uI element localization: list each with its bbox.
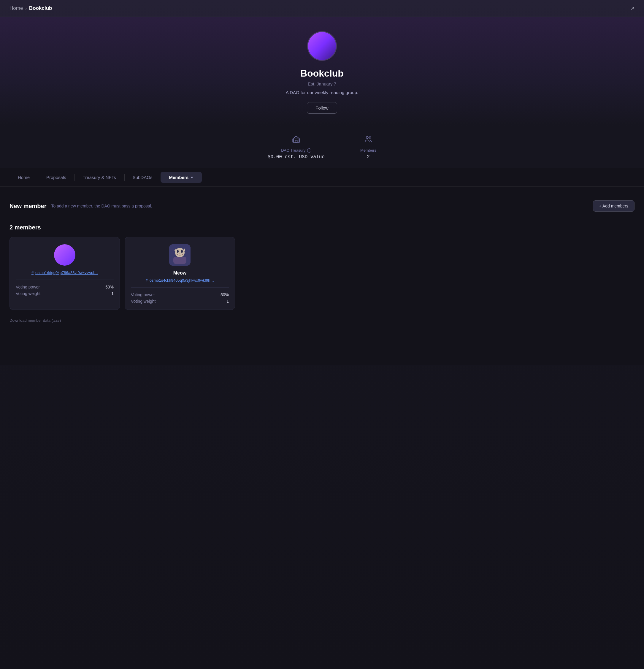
member-1-voting-weight-row: Voting weight 1	[16, 291, 114, 296]
new-member-description: To add a new member, the DAO must pass a…	[51, 204, 152, 208]
members-value: 2	[367, 154, 370, 160]
tab-proposals[interactable]: Proposals	[38, 172, 74, 183]
breadcrumb-separator: ›	[25, 6, 27, 11]
member-card-2: Meow # osmo1s4ckh9405q0a3jhkwx9wkf9h… Vo…	[125, 237, 235, 310]
members-stat: Members 2	[360, 135, 376, 160]
member-2-voting-power-row: Voting power 50%	[131, 293, 229, 297]
members-dropdown-arrow: ▼	[190, 176, 194, 179]
hash-icon-1: #	[31, 270, 33, 275]
breadcrumb: Home › Bookclub ↗	[0, 0, 644, 17]
svg-rect-10	[173, 257, 186, 264]
member-2-voting-power-label: Voting power	[131, 293, 155, 297]
member-2-name: Meow	[131, 270, 229, 276]
hero-section: Bookclub Est. January 7 A DAO for our we…	[0, 17, 644, 126]
breadcrumb-current: Bookclub	[29, 5, 52, 11]
new-member-banner: New member To add a new member, the DAO …	[10, 195, 634, 217]
treasury-stat: DAO Treasury i $0.00 est. USD value	[268, 135, 325, 160]
svg-rect-0	[292, 139, 299, 142]
member-2-voting-power-value: 50%	[220, 293, 229, 297]
treasury-value: $0.00 est. USD value	[268, 154, 325, 160]
download-csv-link[interactable]: Download member data (.csv)	[10, 318, 634, 323]
member-2-voting-weight-value: 1	[226, 299, 229, 304]
tab-home[interactable]: Home	[10, 172, 38, 183]
nav-tabs: Home Proposals Treasury & NFTs SubDAOs M…	[0, 168, 644, 187]
svg-point-8	[177, 250, 178, 253]
svg-point-7	[175, 248, 185, 257]
member-1-voting-weight-value: 1	[111, 291, 114, 296]
member-2-stats: Voting power 50% Voting weight 1	[131, 287, 229, 304]
member-1-avatar	[54, 244, 75, 266]
member-2-avatar	[169, 244, 190, 266]
svg-point-11	[180, 253, 181, 254]
member-1-voting-power-label: Voting power	[16, 285, 40, 289]
main-content: New member To add a new member, the DAO …	[0, 187, 644, 365]
svg-point-9	[181, 250, 183, 253]
dao-description: A DAO for our weekly reading group.	[286, 90, 358, 95]
member-1-voting-weight-label: Voting weight	[16, 291, 40, 296]
external-link-icon[interactable]: ↗	[630, 5, 634, 12]
new-member-left: New member To add a new member, the DAO …	[10, 203, 152, 210]
breadcrumb-home[interactable]: Home	[10, 5, 23, 11]
member-2-address[interactable]: # osmo1s4ckh9405q0a3jhkwx9wkf9h…	[131, 278, 229, 283]
member-2-voting-weight-label: Voting weight	[131, 299, 156, 304]
member-card-1: # osmo1rkfqq0kp786a33vt0wkvvwul… Voting …	[10, 237, 120, 310]
treasury-info-icon[interactable]: i	[307, 148, 311, 153]
svg-point-4	[366, 137, 368, 139]
members-grid: # osmo1rkfqq0kp786a33vt0wkvvwul… Voting …	[10, 237, 235, 310]
stats-row: DAO Treasury i $0.00 est. USD value Memb…	[0, 126, 644, 168]
tab-members[interactable]: Members ▼	[160, 172, 202, 183]
members-count-label: 2 members	[10, 224, 634, 231]
members-label: Members	[360, 148, 376, 153]
member-1-voting-power-row: Voting power 50%	[16, 285, 114, 289]
treasury-label: DAO Treasury i	[281, 148, 311, 153]
members-icon	[364, 135, 372, 145]
svg-point-5	[369, 137, 371, 138]
dao-established: Est. January 7	[308, 81, 336, 86]
new-member-title: New member	[10, 203, 47, 210]
member-1-voting-power-value: 50%	[105, 285, 114, 289]
tab-treasury[interactable]: Treasury & NFTs	[74, 172, 124, 183]
svg-rect-1	[295, 140, 297, 142]
treasury-icon	[292, 135, 300, 145]
hash-icon-2: #	[146, 278, 148, 283]
follow-button[interactable]: Follow	[307, 102, 337, 114]
dao-title: Bookclub	[300, 68, 344, 79]
member-1-address[interactable]: # osmo1rkfqq0kp786a33vt0wkvvwul…	[16, 270, 114, 275]
member-1-stats: Voting power 50% Voting weight 1	[16, 280, 114, 296]
member-2-voting-weight-row: Voting weight 1	[131, 299, 229, 304]
tab-subdaos[interactable]: SubDAOs	[124, 172, 161, 183]
dao-avatar	[307, 31, 337, 61]
add-members-button[interactable]: + Add members	[593, 200, 634, 212]
